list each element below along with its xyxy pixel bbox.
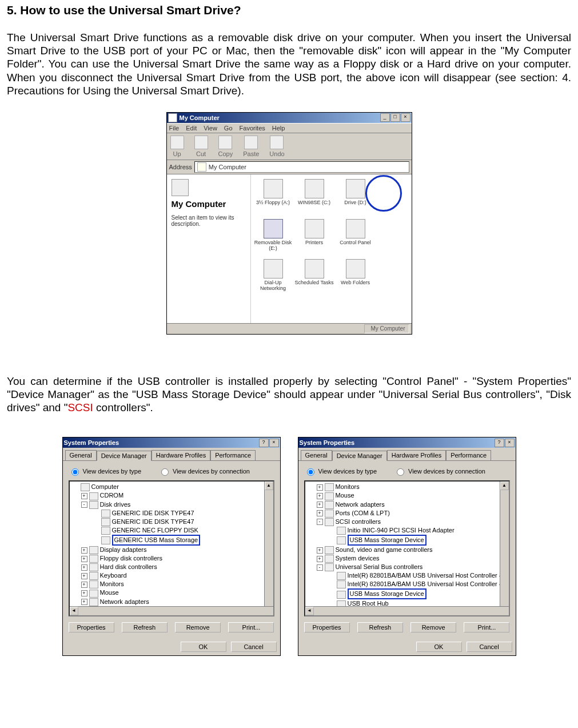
radio-by-type[interactable]: View devices by type	[304, 467, 377, 476]
help-button[interactable]: ?	[259, 439, 269, 447]
radio-by-connection[interactable]: View devices by connection	[158, 467, 250, 476]
tree-node[interactable]: +CDROM	[71, 491, 272, 500]
menu-go[interactable]: Go	[224, 125, 233, 132]
scrollbar-horizontal[interactable]: ◄	[305, 606, 509, 615]
desktop-icon[interactable]: Printers	[294, 218, 334, 257]
desktop-icon[interactable]: 3½ Floppy (A:)	[253, 178, 293, 217]
expand-icon[interactable]: -	[317, 519, 323, 525]
titlebar[interactable]: My Computer _ □ ×	[167, 113, 412, 123]
toolbar-cut[interactable]: Cut	[194, 136, 208, 157]
toolbar-up[interactable]: Up	[170, 136, 184, 157]
tree-node[interactable]: Intel(R) 82801BA/BAM USB Universal Host …	[306, 571, 508, 580]
toolbar-copy[interactable]: Copy	[218, 136, 233, 157]
tab-hardware-profiles[interactable]: Hardware Profiles	[387, 450, 446, 460]
minimize-button[interactable]: _	[380, 113, 390, 122]
toolbar-paste[interactable]: Paste	[243, 136, 259, 157]
tree-node[interactable]: +Ports (COM & LPT)	[306, 509, 508, 518]
print-button[interactable]: Print...	[228, 622, 274, 632]
properties-button[interactable]: Properties	[69, 622, 114, 632]
tree-node[interactable]: -Disk drives	[71, 500, 272, 509]
expand-icon[interactable]: +	[81, 573, 87, 579]
toolbar-undo[interactable]: Undo	[269, 136, 284, 157]
desktop-icon[interactable]: Control Panel	[336, 218, 376, 257]
menu-file[interactable]: File	[169, 125, 180, 132]
menu-help[interactable]: Help	[272, 125, 285, 132]
expand-icon[interactable]: +	[317, 510, 323, 516]
desktop-icon[interactable]: Removable Disk (E:)	[253, 218, 293, 257]
scrollbar-vertical[interactable]: ▲	[500, 482, 509, 606]
tree-node[interactable]: +System devices	[306, 554, 508, 563]
tree-node[interactable]: +Network adapters	[71, 598, 272, 606]
tree-node[interactable]: +Hard disk controllers	[71, 563, 272, 571]
tree-node[interactable]: Intel(R) 82801BA/BAM USB Universal Host …	[306, 580, 508, 588]
expand-icon[interactable]: -	[317, 564, 323, 571]
tree-node[interactable]: USB Mass Storage Device	[306, 588, 508, 599]
tab-hardware-profiles[interactable]: Hardware Profiles	[152, 450, 210, 460]
expand-icon[interactable]: +	[81, 582, 87, 588]
expand-icon[interactable]: -	[81, 502, 87, 508]
tree-node[interactable]: +Sound, video and game controllers	[306, 546, 508, 554]
expand-icon[interactable]: +	[81, 556, 87, 562]
maximize-button[interactable]: □	[390, 113, 400, 122]
radio-by-type[interactable]: View devices by type	[69, 467, 142, 476]
dlg-titlebar[interactable]: System Properties ? ×	[298, 437, 516, 448]
print-button[interactable]: Print...	[464, 622, 509, 632]
tab-general[interactable]: General	[65, 450, 97, 460]
radio-by-connection[interactable]: View devices by connection	[394, 467, 485, 476]
menu-view[interactable]: View	[204, 125, 217, 132]
tab-performance[interactable]: Performance	[446, 450, 491, 460]
expand-icon[interactable]: +	[81, 547, 87, 554]
tree-node[interactable]: GENERIC IDE DISK TYPE47	[71, 509, 272, 518]
address-input[interactable]: My Computer	[194, 161, 409, 173]
tree-node[interactable]: +Mouse	[71, 588, 272, 597]
expand-icon[interactable]: +	[81, 590, 87, 596]
expand-icon[interactable]: +	[317, 556, 323, 562]
desktop-icon[interactable]: Scheduled Tasks	[294, 258, 334, 297]
device-tree[interactable]: +Monitors+Mouse+Network adapters+Ports (…	[304, 480, 510, 616]
tree-node[interactable]: +Mouse	[306, 491, 508, 500]
expand-icon[interactable]: +	[81, 564, 87, 571]
tree-node[interactable]: -Universal Serial Bus controllers	[306, 563, 508, 571]
scrollbar-vertical[interactable]: ▲	[264, 482, 273, 606]
desktop-icon[interactable]: Drive (D:)	[336, 178, 376, 217]
dlg-titlebar[interactable]: System Properties ? ×	[63, 437, 280, 448]
remove-button[interactable]: Remove	[410, 622, 456, 632]
tree-node[interactable]: +Monitors	[306, 483, 508, 491]
tree-node[interactable]: USB Mass Storage Device	[306, 535, 508, 546]
ok-button[interactable]: OK	[181, 642, 226, 652]
tree-node[interactable]: GENERIC NEC FLOPPY DISK	[71, 526, 272, 535]
tree-node[interactable]: +Floppy disk controllers	[71, 554, 272, 563]
tree-node[interactable]: -SCSI controllers	[306, 518, 508, 526]
tree-node[interactable]: +Network adapters	[306, 500, 508, 509]
close-button[interactable]: ×	[269, 439, 279, 447]
tree-node[interactable]: +Monitors	[71, 580, 272, 588]
tab-device-manager[interactable]: Device Manager	[332, 451, 387, 461]
tree-node[interactable]: +Keyboard	[71, 571, 272, 580]
expand-icon[interactable]: +	[317, 502, 323, 508]
remove-button[interactable]: Remove	[175, 622, 221, 632]
desktop-icon[interactable]: Web Folders	[336, 258, 376, 297]
menu-edit[interactable]: Edit	[186, 125, 197, 132]
cancel-button[interactable]: Cancel	[467, 642, 512, 652]
tree-node[interactable]: GENERIC USB Mass Storage	[71, 535, 272, 546]
scrollbar-horizontal[interactable]: ◄	[70, 606, 273, 615]
ok-button[interactable]: OK	[416, 642, 462, 652]
desktop-icon[interactable]: Dial-Up Networking	[253, 258, 293, 297]
close-button[interactable]: ×	[505, 439, 515, 447]
tree-node[interactable]: GENERIC IDE DISK TYPE47	[71, 518, 272, 526]
expand-icon[interactable]: +	[317, 493, 323, 499]
refresh-button[interactable]: Refresh	[122, 622, 168, 632]
desktop-icon[interactable]: WIN98SE (C:)	[294, 178, 334, 217]
expand-icon[interactable]: +	[81, 599, 87, 605]
tab-general[interactable]: General	[301, 450, 332, 460]
properties-button[interactable]: Properties	[304, 622, 350, 632]
expand-icon[interactable]: +	[317, 547, 323, 554]
refresh-button[interactable]: Refresh	[357, 622, 403, 632]
tree-node[interactable]: Computer	[71, 483, 272, 491]
device-tree[interactable]: Computer+CDROM-Disk drivesGENERIC IDE DI…	[69, 480, 274, 616]
menu-favorites[interactable]: Favorites	[240, 125, 265, 132]
cancel-button[interactable]: Cancel	[231, 642, 277, 652]
tree-node[interactable]: Initio INIC-940 PCI SCSI Host Adapter	[306, 526, 508, 535]
help-button[interactable]: ?	[495, 439, 504, 447]
close-button[interactable]: ×	[401, 113, 410, 122]
